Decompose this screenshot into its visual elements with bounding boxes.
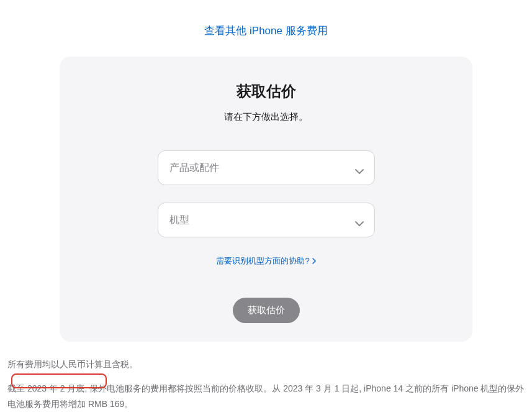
identify-model-help-link[interactable]: 需要识别机型方面的协助?: [216, 255, 315, 267]
top-link-container: 查看其他 iPhone 服务费用: [0, 0, 532, 57]
model-select[interactable]: 机型: [158, 203, 375, 237]
card-subtitle: 请在下方做出选择。: [97, 111, 435, 123]
model-select-wrapper: 机型: [158, 203, 375, 237]
card-title: 获取估价: [97, 81, 435, 101]
product-select[interactable]: 产品或配件: [158, 150, 375, 185]
product-select-placeholder: 产品或配件: [169, 162, 219, 175]
product-select-wrapper: 产品或配件: [158, 150, 375, 185]
chevron-right-icon: [312, 257, 316, 266]
estimate-card: 获取估价 请在下方做出选择。 产品或配件 机型 需要识别机型方面的协助? 获取估…: [60, 57, 472, 342]
footer-notes: 所有费用均以人民币计算且含税。 截至 2023 年 2 月底, 保外电池服务的费…: [0, 342, 532, 412]
other-iphone-services-link[interactable]: 查看其他 iPhone 服务费用: [204, 25, 327, 37]
footer-line-1: 所有费用均以人民币计算且含税。: [7, 357, 525, 372]
footer-line-2: 截至 2023 年 2 月底, 保外电池服务的费用都将按照当前的价格收取。从 2…: [7, 381, 525, 412]
model-select-placeholder: 机型: [169, 214, 189, 227]
get-estimate-button[interactable]: 获取估价: [233, 298, 300, 323]
help-link-text: 需要识别机型方面的协助?: [216, 255, 309, 267]
